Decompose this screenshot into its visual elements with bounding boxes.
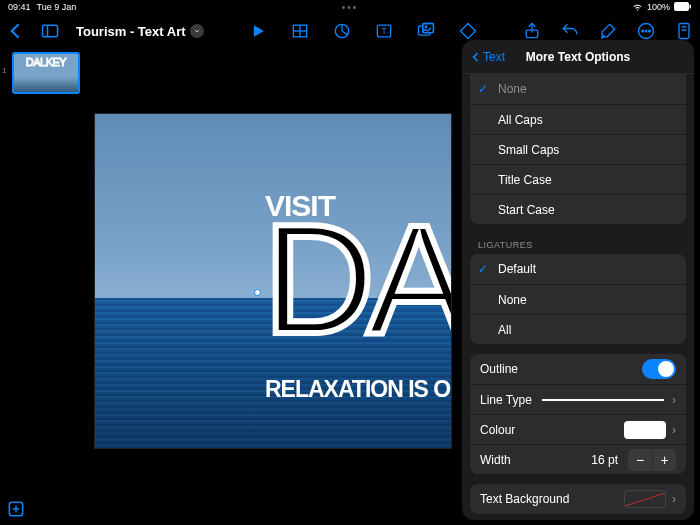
document-title: Tourism - Text Art (76, 24, 186, 39)
ligatures-header: Ligatures (462, 234, 694, 254)
wifi-icon (632, 1, 643, 14)
chevron-down-icon (190, 24, 204, 38)
outline-group: Outline Line Type › Colour › Width 16 pt… (470, 354, 686, 474)
sidebar-toggle-icon[interactable] (40, 21, 60, 41)
chevron-right-icon: › (672, 492, 676, 506)
shape-insert-icon[interactable] (458, 21, 478, 41)
text-background-row[interactable]: Text Background › (470, 484, 686, 514)
ligatures-group: ✓ Default None All (470, 254, 686, 344)
width-value: 16 pt (591, 453, 624, 467)
popover-title: More Text Options (526, 50, 630, 64)
caps-option-titlecase[interactable]: Title Case (470, 164, 686, 194)
back-button[interactable] (6, 21, 26, 41)
slide-canvas[interactable]: VISIT DALKEY RELAXATION IS ON THE HORIZO… (94, 113, 452, 449)
status-date: Tue 9 Jan (37, 2, 77, 12)
chevron-right-icon: › (672, 393, 676, 407)
width-stepper: − + (628, 449, 676, 471)
chart-insert-icon[interactable] (332, 21, 352, 41)
svg-rect-21 (679, 24, 689, 39)
width-decrease-button[interactable]: − (628, 449, 652, 471)
table-insert-icon[interactable] (290, 21, 310, 41)
format-brush-icon[interactable] (598, 21, 618, 41)
media-insert-icon[interactable] (416, 21, 436, 41)
svg-point-20 (649, 30, 651, 32)
slide-number: 1 (2, 66, 6, 75)
more-text-options-popover: Text More Text Options ✓ None All Caps S… (462, 40, 694, 520)
battery-percent: 100% (647, 2, 670, 12)
outline-toggle-row[interactable]: Outline (470, 354, 686, 384)
ligatures-option-all[interactable]: All (470, 314, 686, 344)
ligatures-option-none[interactable]: None (470, 284, 686, 314)
text-main[interactable]: DALKEY (263, 210, 452, 350)
background-swatch-none[interactable] (624, 490, 666, 508)
svg-text:T: T (381, 26, 386, 36)
play-button[interactable] (248, 21, 268, 41)
slide-navigator: 1 DALKEY (0, 48, 84, 525)
svg-point-18 (642, 30, 644, 32)
add-slide-button[interactable] (6, 499, 26, 519)
svg-marker-4 (254, 25, 264, 37)
share-icon[interactable] (522, 21, 542, 41)
caps-option-none[interactable]: ✓ None (470, 74, 686, 104)
document-options-icon[interactable] (674, 21, 694, 41)
svg-point-14 (425, 26, 427, 28)
outline-width-row: Width 16 pt − + (470, 444, 686, 474)
line-sample (542, 399, 664, 401)
ligatures-option-default[interactable]: ✓ Default (470, 254, 686, 284)
colour-swatch[interactable] (624, 421, 666, 439)
caps-option-allcaps[interactable]: All Caps (470, 104, 686, 134)
svg-point-19 (645, 30, 647, 32)
outline-linetype-row[interactable]: Line Type › (470, 384, 686, 414)
caps-option-startcase[interactable]: Start Case (470, 194, 686, 224)
checkmark-icon: ✓ (478, 262, 488, 276)
svg-marker-15 (460, 24, 475, 39)
document-title-menu[interactable]: Tourism - Text Art (76, 24, 204, 39)
text-tagline[interactable]: RELAXATION IS ON THE HORIZON (265, 379, 452, 400)
outline-switch[interactable] (642, 359, 676, 379)
status-time: 09:41 (8, 2, 31, 12)
undo-icon[interactable] (560, 21, 580, 41)
text-insert-icon[interactable]: T (374, 21, 394, 41)
svg-rect-2 (43, 25, 58, 37)
chevron-right-icon: › (672, 423, 676, 437)
capitalization-group: ✓ None All Caps Small Caps Title Case St… (470, 74, 686, 224)
popover-back-button[interactable]: Text (470, 50, 505, 64)
home-indicator-dots: ••• (342, 2, 359, 13)
selection-handle[interactable] (254, 289, 261, 296)
slide-thumbnail-1[interactable]: DALKEY (12, 52, 80, 94)
svg-rect-1 (690, 4, 692, 8)
caps-option-smallcaps[interactable]: Small Caps (470, 134, 686, 164)
battery-icon (674, 2, 692, 13)
width-increase-button[interactable]: + (652, 449, 676, 471)
checkmark-icon: ✓ (478, 82, 488, 96)
text-background-group: Text Background › (470, 484, 686, 514)
more-icon[interactable] (636, 21, 656, 41)
svg-rect-0 (674, 2, 689, 11)
outline-colour-row[interactable]: Colour › (470, 414, 686, 444)
